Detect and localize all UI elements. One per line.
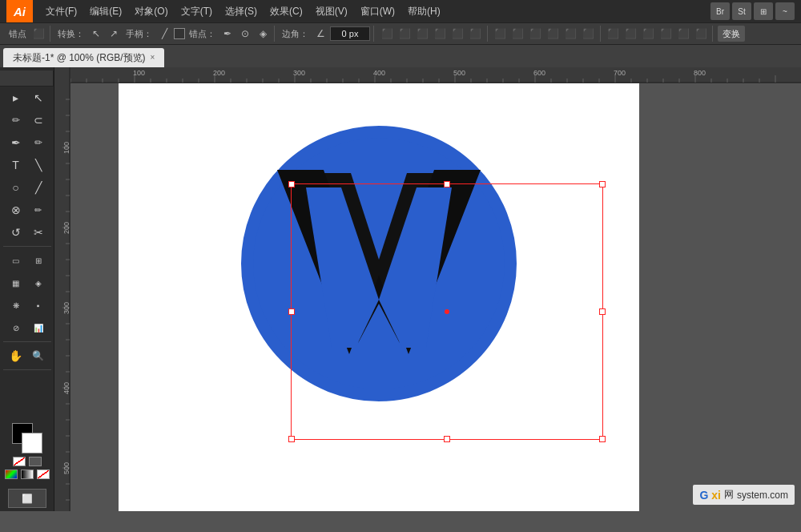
mesh-tool[interactable]: ⊞ (27, 249, 50, 272)
svg-text:100: 100 (133, 69, 145, 77)
menu-object[interactable]: 对象(O) (128, 0, 174, 22)
bars-2-icon[interactable]: ⬛ (622, 26, 638, 42)
watermark-xi: xi (711, 489, 721, 502)
tab-bar: 未标题-1* @ 100% (RGB/预览) × (0, 45, 801, 67)
anchor-pen-icon[interactable]: ✒ (219, 26, 235, 42)
align-right-icon[interactable]: ⬛ (414, 26, 430, 42)
color-area (2, 417, 53, 486)
type-tool[interactable]: T (5, 154, 27, 176)
line-tool[interactable]: ╲ (27, 154, 50, 176)
chart-tool[interactable]: 📊 (27, 316, 50, 339)
bars-1-icon[interactable]: ⬛ (605, 26, 621, 42)
tool-separator-1 (3, 246, 51, 247)
align-top-icon[interactable]: ⬛ (432, 26, 448, 42)
svg-text:300: 300 (62, 302, 70, 314)
transform-label: 转换： (55, 28, 87, 40)
background-swatch[interactable] (22, 433, 42, 453)
pen-tool[interactable]: ✏ (5, 109, 27, 131)
svg-text:200: 200 (213, 69, 225, 77)
anchor-adjust-icon[interactable]: ⊙ (237, 26, 253, 42)
bridge-icon[interactable]: Br (710, 2, 730, 20)
rect-tool[interactable]: ▭ (5, 249, 27, 272)
tool-row-6: ⊗ ✏ (0, 199, 54, 221)
align-left-icon[interactable]: ⬛ (379, 26, 395, 42)
distribute-5-icon[interactable]: ⬛ (562, 26, 578, 42)
distribute-6-icon[interactable]: ⬛ (580, 26, 596, 42)
distribute-v-icon[interactable]: ⬛ (509, 26, 525, 42)
device-icon[interactable]: ~ (775, 2, 795, 20)
rotate-tool[interactable]: ⊗ (5, 199, 27, 221)
menu-effect[interactable]: 效果(C) (264, 0, 309, 22)
handle-icon-2[interactable] (174, 28, 185, 39)
svg-text:600: 600 (533, 69, 545, 77)
grid-icon[interactable]: ⊞ (754, 2, 773, 20)
align-center-h-icon[interactable]: ⬛ (396, 26, 413, 42)
distribute-h-icon[interactable]: ⬛ (492, 26, 508, 42)
none-mode-swatch[interactable] (37, 470, 50, 479)
anchor-smooth-icon[interactable]: ◈ (255, 26, 271, 42)
tool-row-7: ↺ ✂ (0, 221, 54, 244)
undo-tool[interactable]: ↺ (5, 221, 27, 244)
bars-5-icon[interactable]: ⬛ (675, 26, 691, 42)
stock-icon[interactable]: St (732, 2, 751, 20)
tab-close-button[interactable]: × (151, 48, 155, 67)
bezier-tool[interactable]: ✒ (5, 131, 27, 154)
align-bottom-icon[interactable]: ⬛ (467, 26, 483, 42)
align-center-v-icon[interactable]: ⬛ (449, 26, 465, 42)
pencil-tool[interactable]: ✏ (27, 131, 50, 154)
ellipse-tool[interactable]: ○ (5, 176, 27, 199)
eyedropper-tool[interactable]: ⊘ (5, 316, 27, 339)
handle-icon-1[interactable]: ╱ (156, 26, 172, 42)
bars-3-icon[interactable]: ⬛ (640, 26, 656, 42)
zoom-tool[interactable]: 🔍 (27, 345, 50, 367)
watermark-g: G (699, 489, 708, 502)
document-tab[interactable]: 未标题-1* @ 100% (RGB/预览) × (3, 48, 164, 67)
menu-text[interactable]: 文字(T) (175, 0, 219, 22)
menu-window[interactable]: 窗口(W) (354, 0, 401, 22)
anchor-icon-1[interactable]: ⬛ (30, 26, 46, 42)
tool-row-10: ❋ ▪ (0, 294, 54, 316)
distribute-3-icon[interactable]: ⬛ (527, 26, 543, 42)
swap-swatch[interactable] (29, 457, 42, 466)
color-mode-swatch[interactable] (5, 470, 18, 479)
svg-text:500: 500 (453, 69, 465, 77)
transform-btn-group: 变换 (714, 26, 748, 42)
screen-mode-button[interactable]: ⬜ (8, 489, 46, 508)
none-swatch[interactable] (13, 457, 26, 466)
scissors-tool[interactable]: ✂ (27, 221, 50, 244)
sep-2 (600, 26, 601, 42)
gradient-tool[interactable]: ▦ (5, 272, 27, 294)
blend-tool[interactable]: ◈ (27, 272, 50, 294)
edge-angle-icon[interactable]: ∠ (312, 26, 328, 42)
brush-tool[interactable]: ✏ (27, 199, 50, 221)
tool-row-4: T ╲ (0, 154, 54, 176)
distribute-4-icon[interactable]: ⬛ (545, 26, 561, 42)
menu-edit[interactable]: 编辑(E) (83, 0, 128, 22)
ruler-top: 100 200 300 400 500 600 700 800 (54, 67, 801, 83)
ruler-left: 100 200 300 400 500 (54, 67, 70, 511)
menu-select[interactable]: 选择(S) (219, 0, 264, 22)
tool-row-11: ⊘ 📊 (0, 316, 54, 339)
column-tool[interactable]: ▪ (27, 294, 50, 316)
symbol-tool[interactable]: ❋ (5, 294, 27, 316)
hand-tool[interactable]: ✋ (5, 345, 27, 367)
menu-help[interactable]: 帮助(H) (401, 0, 447, 22)
lasso-tool[interactable]: ⊂ (27, 109, 50, 131)
select-tool[interactable]: ↖ (27, 87, 50, 109)
select-tool-icon[interactable]: ↖ (88, 26, 104, 42)
svg-text:400: 400 (62, 382, 70, 394)
slash-tool[interactable]: ╱ (27, 176, 50, 199)
menu-file[interactable]: 文件(F) (39, 0, 83, 22)
gradient-mode-swatch[interactable] (21, 470, 34, 479)
menu-view[interactable]: 视图(V) (309, 0, 354, 22)
rotate-tool-icon[interactable]: ↗ (106, 26, 122, 42)
handle-label: 手柄： (123, 28, 155, 40)
tool-separator-2 (3, 341, 51, 342)
transform-button[interactable]: 变换 (718, 26, 745, 42)
transform-group: 转换： ↖ ↗ 手柄： ╱ 错点： ✒ ⊙ ◈ (52, 26, 275, 42)
edge-value-input[interactable] (330, 26, 370, 41)
canvas-area[interactable]: 100 200 300 400 500 600 700 800 (54, 67, 801, 511)
bars-4-icon[interactable]: ⬛ (658, 26, 674, 42)
bars-6-icon[interactable]: ⬛ (693, 26, 709, 42)
arrow-tool[interactable]: ▸ (5, 87, 27, 109)
